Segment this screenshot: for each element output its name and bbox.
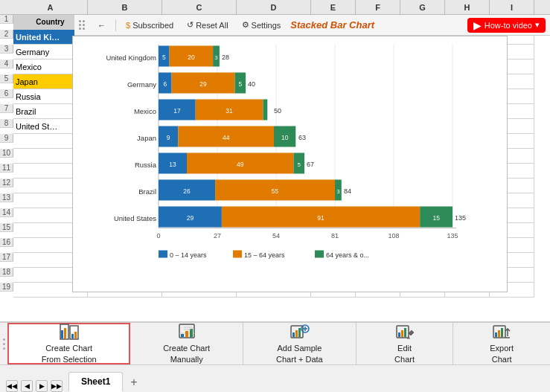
svg-text:91: 91 xyxy=(317,214,324,222)
edit-chart-label: EditChart xyxy=(394,343,415,364)
export-chart-icon xyxy=(491,323,512,341)
svg-text:0: 0 xyxy=(156,232,160,240)
create-chart-manually-label: Create ChartManually xyxy=(163,343,210,364)
bottom-toolbar-grip xyxy=(0,323,7,364)
svg-text:44: 44 xyxy=(223,134,230,141)
svg-text:26: 26 xyxy=(183,187,191,195)
edit-chart-icon xyxy=(394,323,415,341)
svg-text:64 years & o...: 64 years & o... xyxy=(326,251,369,259)
row-num-19: 19 xyxy=(0,283,13,292)
svg-rect-163 xyxy=(401,330,403,337)
row-num-4: 4 xyxy=(0,60,13,68)
sheet-right-right-arrow[interactable]: ▶▶ xyxy=(51,380,63,392)
svg-text:54: 54 xyxy=(272,232,280,240)
svg-text:Japan: Japan xyxy=(137,134,156,142)
add-sample-chart-button[interactable]: Add SampleChart + Data xyxy=(243,323,356,364)
svg-text:9: 9 xyxy=(167,134,170,141)
col-header-B[interactable]: B xyxy=(88,0,162,14)
subscribed-button[interactable]: $ Subscribed xyxy=(122,19,177,31)
col-header-A[interactable]: A xyxy=(13,0,88,14)
col-header-G[interactable]: G xyxy=(400,0,445,14)
svg-rect-150 xyxy=(185,331,188,337)
row-num-1: 1 xyxy=(0,15,13,24)
svg-rect-164 xyxy=(404,328,406,337)
settings-button[interactable]: ⚙ Settings xyxy=(238,19,285,31)
svg-text:20: 20 xyxy=(188,54,195,61)
add-sheet-button[interactable]: + xyxy=(124,373,143,392)
col-header-I[interactable]: I xyxy=(490,0,534,14)
svg-rect-157 xyxy=(298,328,301,337)
col-header-E[interactable]: E xyxy=(311,0,356,14)
row-num-2: 2 xyxy=(0,30,13,39)
svg-text:10: 10 xyxy=(281,134,289,141)
row-num-17: 17 xyxy=(0,253,13,262)
svg-text:63: 63 xyxy=(298,134,306,141)
svg-rect-143 xyxy=(70,326,78,339)
svg-text:5: 5 xyxy=(238,80,242,88)
svg-text:15 – 64 years: 15 – 64 years xyxy=(244,251,285,259)
svg-rect-156 xyxy=(295,330,298,337)
back-button[interactable]: ← xyxy=(94,19,109,31)
svg-text:67: 67 xyxy=(307,161,314,168)
svg-text:3: 3 xyxy=(336,188,340,195)
svg-text:15: 15 xyxy=(432,214,440,222)
create-chart-manually-icon xyxy=(176,323,197,341)
col-header-C[interactable]: C xyxy=(162,0,237,14)
sheet-right-arrow[interactable]: ▶ xyxy=(36,380,48,392)
reset-button[interactable]: ↺ Reset All xyxy=(183,19,231,31)
svg-rect-136 xyxy=(233,251,242,258)
svg-text:29: 29 xyxy=(199,80,207,88)
create-chart-from-selection-button[interactable]: Create ChartFrom Selection xyxy=(7,323,130,364)
row-num-15: 15 xyxy=(0,223,13,232)
sheet-left-left-arrow[interactable]: ◀◀ xyxy=(6,380,18,392)
svg-text:29: 29 xyxy=(187,214,194,222)
svg-text:3: 3 xyxy=(214,54,218,61)
sheet-tabs-bar: ◀◀ ◀ ▶ ▶▶ Sheet1 + xyxy=(0,364,550,392)
col-header-F[interactable]: F xyxy=(356,0,400,14)
svg-rect-149 xyxy=(181,334,184,337)
row-num-18: 18 xyxy=(0,268,13,277)
settings-icon: ⚙ xyxy=(242,20,249,30)
row-num-10: 10 xyxy=(0,149,13,158)
sheet-left-arrow[interactable]: ◀ xyxy=(21,380,33,392)
svg-rect-100 xyxy=(263,100,267,121)
yt-icon: ▶ xyxy=(473,19,482,31)
svg-text:40: 40 xyxy=(248,80,255,88)
settings-label: Settings xyxy=(252,21,281,30)
col-header-H[interactable]: H xyxy=(445,0,490,14)
toolbar-grip xyxy=(79,20,85,30)
svg-rect-162 xyxy=(398,332,400,337)
svg-rect-138 xyxy=(315,251,324,258)
col-header-row: A B C D E F G H I xyxy=(0,0,550,15)
svg-rect-141 xyxy=(61,330,63,338)
svg-rect-145 xyxy=(71,334,74,338)
svg-text:Brazil: Brazil xyxy=(138,187,156,196)
row-num-7: 7 xyxy=(0,104,13,113)
reset-icon: ↺ xyxy=(187,20,194,30)
svg-rect-134 xyxy=(159,251,167,258)
svg-text:0 – 14 years: 0 – 14 years xyxy=(170,251,207,259)
bottom-toolbar: Create ChartFrom Selection Create ChartM… xyxy=(0,321,550,364)
edit-chart-button[interactable]: EditChart xyxy=(356,323,454,364)
dollar-icon: $ xyxy=(126,21,130,30)
row-num-6: 6 xyxy=(0,89,13,98)
svg-text:135: 135 xyxy=(455,214,466,222)
spreadsheet: A B C D E F G H I 1 Country 0 – 14 years… xyxy=(0,0,550,364)
sheet-tab-sheet1[interactable]: Sheet1 xyxy=(68,372,123,392)
svg-text:United Kingdom: United Kingdom xyxy=(106,54,156,62)
row-num-8: 8 xyxy=(0,119,13,128)
svg-text:5: 5 xyxy=(162,54,166,61)
yt-button[interactable]: ▶ How-to video ▾ xyxy=(467,18,546,33)
export-chart-label: ExportChart xyxy=(490,343,514,364)
reset-label: Reset All xyxy=(196,21,228,30)
yt-label: How-to video xyxy=(485,21,532,30)
svg-text:81: 81 xyxy=(331,232,339,240)
svg-rect-151 xyxy=(190,329,193,337)
create-chart-manually-button[interactable]: Create ChartManually xyxy=(130,323,243,364)
row-num-13: 13 xyxy=(0,193,13,202)
col-header-D[interactable]: D xyxy=(237,0,311,14)
svg-text:31: 31 xyxy=(226,107,233,115)
export-chart-button[interactable]: ExportChart xyxy=(453,323,550,364)
clean-chart-svg: 0 27 54 81 108 135 United Kingdom 5 20 3… xyxy=(73,36,508,293)
yt-chevron-icon: ▾ xyxy=(535,20,540,30)
